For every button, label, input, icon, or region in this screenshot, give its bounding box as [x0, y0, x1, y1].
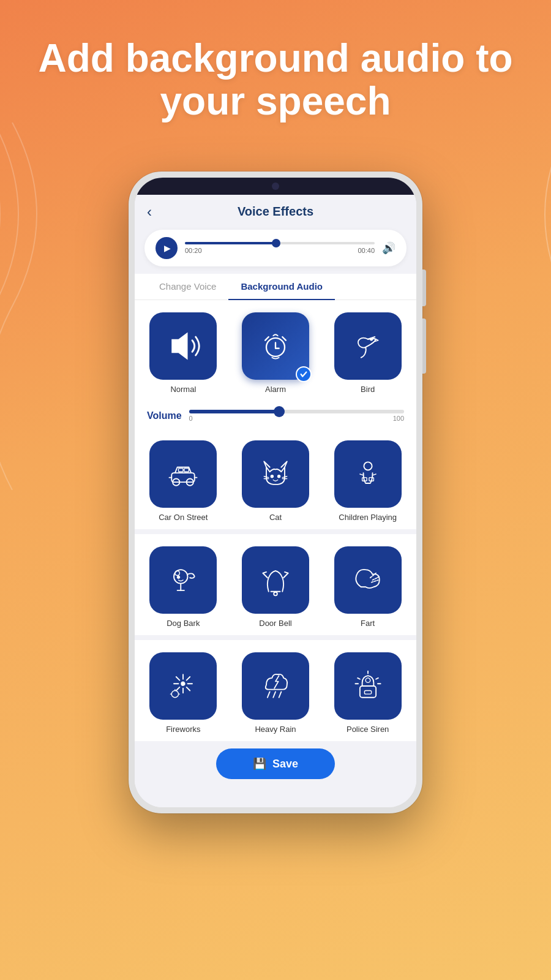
- volume-slider-fill: [189, 410, 280, 413]
- audio-label-fireworks: Fireworks: [166, 725, 200, 734]
- audio-item-children-playing[interactable]: Children Playing: [326, 440, 409, 522]
- audio-item-normal[interactable]: Normal: [142, 312, 225, 394]
- camera-dot: [272, 183, 279, 190]
- tabs: Change Voice Background Audio: [135, 274, 416, 300]
- volume-slider-background: [189, 410, 404, 413]
- progress-bar-fill: [185, 242, 276, 244]
- volume-section: Volume 0 100: [135, 401, 416, 428]
- audio-grid-row3: Dog Bark: [135, 534, 416, 635]
- hero-title: Add background audio to your speech: [0, 37, 551, 123]
- audio-item-alarm[interactable]: Alarm: [234, 312, 317, 394]
- progress-area[interactable]: 00:20 00:40: [185, 242, 375, 254]
- audio-grid-row2: Car On Street: [135, 428, 416, 529]
- svg-rect-39: [360, 686, 376, 698]
- svg-line-29: [187, 687, 190, 691]
- divider-2: [135, 635, 416, 640]
- audio-item-car-on-street[interactable]: Car On Street: [142, 440, 225, 522]
- svg-line-31: [176, 687, 180, 691]
- svg-point-23: [182, 682, 186, 685]
- app-title: Voice Effects: [238, 205, 313, 219]
- divider-1: [135, 529, 416, 534]
- svg-rect-6: [179, 469, 184, 472]
- time-labels: 00:20 00:40: [185, 247, 375, 254]
- audio-grid-2: Car On Street: [142, 438, 409, 524]
- audio-icon-box-children: [334, 440, 402, 508]
- play-button[interactable]: ▶: [156, 237, 178, 259]
- alarm-check-badge: [296, 366, 312, 382]
- svg-line-30: [187, 677, 190, 680]
- svg-rect-3: [172, 473, 195, 482]
- audio-icon-box-rain: [242, 652, 309, 720]
- svg-point-2: [370, 338, 372, 341]
- audio-icon-box-cat: [242, 440, 309, 508]
- audio-label-siren: Police Siren: [347, 725, 389, 734]
- svg-line-14: [282, 477, 287, 478]
- audio-label-alarm: Alarm: [265, 385, 286, 394]
- audio-icon-box-doorbell: [242, 546, 309, 614]
- svg-line-38: [279, 692, 282, 697]
- audio-label-dog: Dog Bark: [167, 619, 200, 628]
- phone-frame: ‹ Voice Effects ▶: [129, 172, 422, 813]
- save-button[interactable]: 💾 Save: [216, 748, 335, 779]
- volume-slider[interactable]: 0 100: [189, 410, 404, 422]
- audio-item-bird[interactable]: Bird: [326, 312, 409, 394]
- audio-item-fireworks[interactable]: Fireworks: [142, 652, 225, 734]
- back-button[interactable]: ‹: [147, 203, 152, 221]
- audio-label-doorbell: Door Bell: [259, 619, 291, 628]
- svg-line-28: [176, 677, 180, 680]
- svg-point-21: [178, 576, 180, 578]
- audio-label-car: Car On Street: [159, 513, 208, 522]
- audio-icon-box-bird: [334, 312, 402, 380]
- svg-line-44: [376, 678, 378, 679]
- time-total: 00:40: [358, 247, 375, 254]
- save-bar: 💾 Save: [135, 741, 416, 786]
- audio-icon-box-fireworks: [149, 652, 217, 720]
- svg-line-37: [273, 692, 276, 697]
- volume-icon[interactable]: 🔊: [382, 241, 395, 255]
- svg-point-11: [278, 475, 280, 478]
- camera-bar: [135, 178, 416, 195]
- progress-thumb: [272, 239, 280, 247]
- audio-item-door-bell[interactable]: Door Bell: [234, 546, 317, 628]
- audio-label-fart: Fart: [361, 619, 375, 628]
- svg-line-12: [264, 477, 269, 478]
- phone-wrapper: ‹ Voice Effects ▶: [129, 172, 422, 813]
- audio-icon-box-siren: [334, 652, 402, 720]
- audio-label-children: Children Playing: [339, 513, 397, 522]
- audio-item-cat[interactable]: Cat: [234, 440, 317, 522]
- audio-grid-4: Fireworks: [142, 650, 409, 736]
- svg-point-32: [172, 691, 179, 698]
- progress-bar-background: [185, 242, 375, 244]
- audio-label-rain: Heavy Rain: [255, 725, 296, 734]
- audio-icon-box-dog: [149, 546, 217, 614]
- play-icon: ▶: [164, 243, 171, 253]
- audio-grid-3: Dog Bark: [142, 544, 409, 630]
- svg-line-43: [358, 678, 360, 679]
- audio-item-heavy-rain[interactable]: Heavy Rain: [234, 652, 317, 734]
- audio-icon-box-car: [149, 440, 217, 508]
- audio-item-police-siren[interactable]: Police Siren: [326, 652, 409, 734]
- tab-background-audio[interactable]: Background Audio: [228, 274, 335, 300]
- audio-player: ▶ 00:20 00:40 🔊: [144, 230, 407, 266]
- volume-min: 0: [189, 415, 193, 422]
- volume-label: Volume: [147, 410, 182, 421]
- audio-grid: Normal: [142, 310, 409, 396]
- svg-rect-7: [184, 469, 189, 472]
- svg-point-16: [364, 462, 372, 470]
- volume-max: 100: [393, 415, 404, 422]
- tab-change-voice[interactable]: Change Voice: [147, 274, 228, 300]
- volume-row: Volume 0 100: [147, 410, 404, 422]
- svg-marker-0: [172, 333, 188, 360]
- audio-item-fart[interactable]: Fart: [326, 546, 409, 628]
- audio-label-normal: Normal: [170, 385, 196, 394]
- svg-point-10: [271, 475, 273, 478]
- audio-item-dog-bark[interactable]: Dog Bark: [142, 546, 225, 628]
- volume-range-labels: 0 100: [189, 415, 404, 422]
- app-content: ‹ Voice Effects ▶: [135, 195, 416, 807]
- audio-icon-box-normal: [149, 312, 217, 380]
- audio-grid-row4: Fireworks: [135, 640, 416, 741]
- save-icon: 💾: [253, 757, 266, 771]
- audio-label-bird: Bird: [361, 385, 375, 394]
- time-current: 00:20: [185, 247, 202, 254]
- svg-rect-41: [364, 691, 371, 695]
